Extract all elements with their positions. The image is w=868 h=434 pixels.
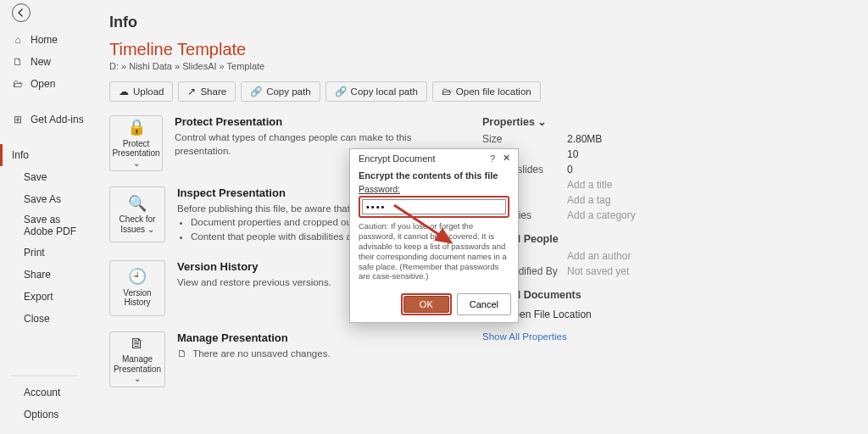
sidebar-label: Save As: [24, 193, 61, 205]
sidebar-label: Save: [24, 171, 47, 183]
prop-placeholder[interactable]: Add a tag: [567, 194, 610, 206]
related-docs-heading: Related Documents: [482, 289, 848, 301]
sidebar-label: Get Add-ins: [31, 114, 84, 125]
version-history-tile[interactable]: 🕘 Version History: [109, 260, 165, 316]
sidebar-item-share[interactable]: Share: [0, 264, 88, 286]
sidebar-item-options[interactable]: Options: [0, 403, 88, 426]
encrypt-document-dialog: Encrypt Document ? ✕ Encrypt the content…: [349, 148, 519, 323]
password-input[interactable]: [362, 199, 506, 214]
manage-presentation-tile[interactable]: 🗎 Manage Presentation ⌄: [109, 331, 165, 387]
password-highlight: [359, 196, 509, 218]
prop-key: Size: [482, 133, 567, 145]
sidebar-label: Save as Adobe PDF: [24, 214, 88, 238]
sidebar-item-close[interactable]: Close: [0, 308, 88, 330]
section-heading: Version History: [177, 260, 331, 273]
password-label: Password:: [359, 184, 509, 194]
sidebar-item-save[interactable]: Save: [0, 166, 88, 188]
ok-button[interactable]: OK: [403, 296, 449, 313]
properties-panel: Properties ⌄ Size2.80MB Slides10 Hidden …: [482, 115, 848, 403]
copy-path-button[interactable]: 🔗Copy path: [241, 81, 320, 102]
open-location-button[interactable]: 🗁Open file location: [432, 81, 541, 102]
folder-icon: 🗁: [442, 86, 452, 97]
sidebar-label: Info: [12, 149, 29, 161]
inspect-icon: 🔍: [128, 195, 147, 213]
prop-value: 0: [567, 164, 573, 175]
section-heading: Protect Presentation: [175, 115, 457, 128]
link-icon: 🔗: [335, 86, 347, 97]
ok-highlight: OK: [401, 293, 452, 315]
copy-local-path-button[interactable]: 🔗Copy local path: [326, 81, 427, 102]
sidebar-label: Close: [24, 313, 50, 325]
link-icon: 🔗: [250, 86, 262, 97]
sidebar-label: Options: [24, 409, 58, 420]
addins-icon: ⊞: [12, 114, 24, 125]
sidebar-item-account[interactable]: Account: [0, 381, 88, 403]
share-button[interactable]: ↗Share: [178, 81, 236, 102]
related-people-heading: Related People: [482, 233, 848, 245]
prop-placeholder[interactable]: Add a title: [567, 179, 612, 191]
sidebar-item-print[interactable]: Print: [0, 242, 88, 264]
sidebar-item-info[interactable]: Info: [0, 144, 88, 166]
caution-text: Caution: If you lose or forget the passw…: [359, 221, 509, 281]
section-desc: 🗋 There are no unsaved changes.: [177, 347, 331, 360]
sidebar-label: New: [31, 56, 51, 68]
history-icon: 🕘: [128, 268, 147, 286]
page-heading: Info: [109, 14, 848, 31]
info-toolbar: ☁Upload ↗Share 🔗Copy path 🔗Copy local pa…: [109, 81, 848, 102]
prop-placeholder[interactable]: Add a category: [567, 209, 636, 221]
share-icon: ↗: [187, 86, 196, 97]
sidebar-item-addins[interactable]: ⊞Get Add-ins: [0, 108, 88, 131]
help-icon[interactable]: ?: [486, 153, 499, 164]
check-issues-tile[interactable]: 🔍 Check for Issues ⌄: [109, 186, 165, 242]
show-all-properties-link[interactable]: Show All Properties: [482, 331, 848, 342]
manage-icon: 🗎: [130, 335, 145, 353]
prop-value: Not saved yet: [567, 265, 629, 277]
open-icon: 🗁: [12, 78, 24, 90]
section-desc: View and restore previous versions.: [177, 275, 331, 289]
sidebar-label: Print: [24, 247, 45, 259]
close-icon[interactable]: ✕: [499, 153, 513, 164]
sidebar-label: Share: [24, 269, 51, 281]
sidebar-label: Account: [24, 387, 60, 398]
upload-icon: ☁: [119, 86, 129, 97]
sidebar-item-home[interactable]: ⌂Home: [0, 29, 88, 51]
sidebar-label: Export: [24, 291, 53, 303]
section-heading: Manage Presentation: [177, 331, 331, 344]
backstage-sidebar: ⌂Home 🗋New 🗁Open ⊞Get Add-ins Info Save …: [0, 0, 89, 434]
sidebar-item-new[interactable]: 🗋New: [0, 51, 88, 73]
lock-icon: 🔒: [127, 119, 146, 136]
open-file-location-link[interactable]: Open File Location: [482, 308, 848, 321]
sidebar-item-savepdf[interactable]: Save as Adobe PDF: [0, 210, 88, 242]
doc-icon: 🗋: [177, 348, 187, 359]
manage-section: 🗎 Manage Presentation ⌄ Manage Presentat…: [109, 331, 457, 387]
properties-heading[interactable]: Properties ⌄: [482, 115, 848, 128]
protect-presentation-tile[interactable]: 🔒 Protect Presentation ⌄: [109, 115, 163, 171]
back-button[interactable]: [12, 3, 31, 22]
sidebar-item-open[interactable]: 🗁Open: [0, 73, 88, 95]
cancel-button[interactable]: Cancel: [457, 293, 511, 315]
prop-placeholder[interactable]: Add an author: [567, 250, 631, 262]
dialog-title: Encrypt Document: [359, 153, 486, 164]
breadcrumb: D: » Nishi Data » SlidesAI » Template: [109, 61, 848, 71]
dialog-heading: Encrypt the contents of this file: [359, 170, 498, 181]
home-icon: ⌂: [12, 34, 24, 46]
sidebar-label: Open: [31, 78, 55, 90]
sidebar-item-saveas[interactable]: Save As: [0, 188, 88, 210]
upload-button[interactable]: ☁Upload: [109, 81, 173, 102]
prop-value: 10: [567, 148, 578, 160]
prop-value: 2.80MB: [567, 133, 602, 145]
new-icon: 🗋: [12, 56, 24, 68]
sidebar-item-export[interactable]: Export: [0, 286, 88, 308]
document-title: Timeline Template: [109, 40, 848, 59]
sidebar-label: Home: [31, 34, 58, 46]
